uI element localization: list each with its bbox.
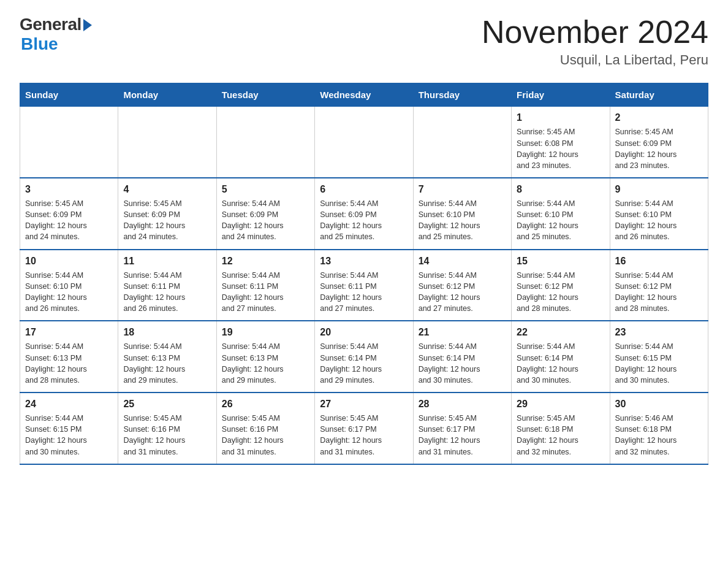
day-number: 2: [615, 110, 703, 124]
day-number: 20: [320, 325, 408, 339]
sun-info: Sunrise: 5:44 AM Sunset: 6:13 PM Dayligh…: [222, 341, 309, 386]
calendar-cell: 7Sunrise: 5:44 AM Sunset: 6:10 PM Daylig…: [413, 178, 511, 250]
day-number: 13: [320, 254, 408, 268]
calendar-cell: 17Sunrise: 5:44 AM Sunset: 6:13 PM Dayli…: [20, 321, 118, 393]
calendar-cell: 20Sunrise: 5:44 AM Sunset: 6:14 PM Dayli…: [315, 321, 413, 393]
day-number: 17: [25, 325, 113, 339]
day-number: 16: [615, 254, 703, 268]
calendar-table: SundayMondayTuesdayWednesdayThursdayFrid…: [20, 83, 708, 464]
calendar-cell: 5Sunrise: 5:44 AM Sunset: 6:09 PM Daylig…: [216, 178, 314, 250]
calendar-cell: 26Sunrise: 5:45 AM Sunset: 6:16 PM Dayli…: [216, 393, 314, 464]
sun-info: Sunrise: 5:44 AM Sunset: 6:14 PM Dayligh…: [320, 341, 408, 386]
page-header: General Blue November 2024 Usquil, La Li…: [20, 15, 708, 68]
calendar-title: November 2024: [482, 15, 708, 50]
calendar-cell: 18Sunrise: 5:44 AM Sunset: 6:13 PM Dayli…: [118, 321, 216, 393]
day-number: 10: [25, 254, 113, 268]
weekday-header-row: SundayMondayTuesdayWednesdayThursdayFrid…: [20, 83, 708, 107]
sun-info: Sunrise: 5:45 AM Sunset: 6:16 PM Dayligh…: [222, 413, 309, 458]
sun-info: Sunrise: 5:44 AM Sunset: 6:13 PM Dayligh…: [25, 341, 113, 386]
calendar-cell: 30Sunrise: 5:46 AM Sunset: 6:18 PM Dayli…: [610, 393, 708, 464]
day-number: 19: [222, 325, 309, 339]
weekday-header-sunday: Sunday: [20, 83, 118, 107]
sun-info: Sunrise: 5:44 AM Sunset: 6:12 PM Dayligh…: [517, 270, 604, 315]
sun-info: Sunrise: 5:44 AM Sunset: 6:11 PM Dayligh…: [222, 270, 309, 315]
calendar-cell: 13Sunrise: 5:44 AM Sunset: 6:11 PM Dayli…: [315, 250, 413, 321]
weekday-header-wednesday: Wednesday: [315, 83, 413, 107]
sun-info: Sunrise: 5:44 AM Sunset: 6:09 PM Dayligh…: [320, 198, 408, 243]
weekday-header-tuesday: Tuesday: [216, 83, 314, 107]
calendar-cell: 3Sunrise: 5:45 AM Sunset: 6:09 PM Daylig…: [20, 178, 118, 250]
calendar-cell: 24Sunrise: 5:44 AM Sunset: 6:15 PM Dayli…: [20, 393, 118, 464]
day-number: 3: [25, 182, 113, 196]
sun-info: Sunrise: 5:45 AM Sunset: 6:09 PM Dayligh…: [615, 126, 703, 171]
calendar-week-row: 17Sunrise: 5:44 AM Sunset: 6:13 PM Dayli…: [20, 321, 708, 393]
sun-info: Sunrise: 5:44 AM Sunset: 6:10 PM Dayligh…: [25, 270, 113, 315]
calendar-cell: 14Sunrise: 5:44 AM Sunset: 6:12 PM Dayli…: [413, 250, 511, 321]
sun-info: Sunrise: 5:45 AM Sunset: 6:16 PM Dayligh…: [123, 413, 211, 458]
calendar-cell: 10Sunrise: 5:44 AM Sunset: 6:10 PM Dayli…: [20, 250, 118, 321]
calendar-cell: 6Sunrise: 5:44 AM Sunset: 6:09 PM Daylig…: [315, 178, 413, 250]
day-number: 18: [123, 325, 211, 339]
sun-info: Sunrise: 5:44 AM Sunset: 6:09 PM Dayligh…: [222, 198, 309, 243]
day-number: 8: [517, 182, 604, 196]
day-number: 21: [419, 325, 506, 339]
calendar-cell: 1Sunrise: 5:45 AM Sunset: 6:08 PM Daylig…: [512, 107, 610, 178]
sun-info: Sunrise: 5:44 AM Sunset: 6:15 PM Dayligh…: [25, 413, 113, 458]
sun-info: Sunrise: 5:45 AM Sunset: 6:17 PM Dayligh…: [320, 413, 408, 458]
day-number: 27: [320, 397, 408, 411]
calendar-cell: 16Sunrise: 5:44 AM Sunset: 6:12 PM Dayli…: [610, 250, 708, 321]
calendar-week-row: 10Sunrise: 5:44 AM Sunset: 6:10 PM Dayli…: [20, 250, 708, 321]
sun-info: Sunrise: 5:45 AM Sunset: 6:09 PM Dayligh…: [25, 198, 113, 243]
calendar-week-row: 24Sunrise: 5:44 AM Sunset: 6:15 PM Dayli…: [20, 393, 708, 464]
sun-info: Sunrise: 5:44 AM Sunset: 6:10 PM Dayligh…: [419, 198, 506, 243]
day-number: 7: [419, 182, 506, 196]
day-number: 26: [222, 397, 309, 411]
calendar-cell: [20, 107, 118, 178]
day-number: 6: [320, 182, 408, 196]
day-number: 12: [222, 254, 309, 268]
sun-info: Sunrise: 5:44 AM Sunset: 6:14 PM Dayligh…: [419, 341, 506, 386]
sun-info: Sunrise: 5:45 AM Sunset: 6:18 PM Dayligh…: [517, 413, 604, 458]
day-number: 9: [615, 182, 703, 196]
logo-general-text: General: [20, 15, 82, 34]
calendar-cell: 2Sunrise: 5:45 AM Sunset: 6:09 PM Daylig…: [610, 107, 708, 178]
calendar-cell: [216, 107, 314, 178]
calendar-cell: 28Sunrise: 5:45 AM Sunset: 6:17 PM Dayli…: [413, 393, 511, 464]
calendar-cell: 11Sunrise: 5:44 AM Sunset: 6:11 PM Dayli…: [118, 250, 216, 321]
sun-info: Sunrise: 5:44 AM Sunset: 6:13 PM Dayligh…: [123, 341, 211, 386]
calendar-cell: 9Sunrise: 5:44 AM Sunset: 6:10 PM Daylig…: [610, 178, 708, 250]
sun-info: Sunrise: 5:45 AM Sunset: 6:08 PM Dayligh…: [517, 126, 604, 171]
weekday-header-friday: Friday: [512, 83, 610, 107]
day-number: 15: [517, 254, 604, 268]
sun-info: Sunrise: 5:46 AM Sunset: 6:18 PM Dayligh…: [615, 413, 703, 458]
weekday-header-saturday: Saturday: [610, 83, 708, 107]
logo: General Blue: [20, 15, 92, 54]
day-number: 23: [615, 325, 703, 339]
logo-arrow-icon: [83, 19, 92, 31]
calendar-cell: 23Sunrise: 5:44 AM Sunset: 6:15 PM Dayli…: [610, 321, 708, 393]
calendar-cell: 8Sunrise: 5:44 AM Sunset: 6:10 PM Daylig…: [512, 178, 610, 250]
sun-info: Sunrise: 5:44 AM Sunset: 6:11 PM Dayligh…: [320, 270, 408, 315]
calendar-cell: 22Sunrise: 5:44 AM Sunset: 6:14 PM Dayli…: [512, 321, 610, 393]
calendar-cell: [315, 107, 413, 178]
calendar-title-block: November 2024 Usquil, La Libertad, Peru: [482, 15, 708, 68]
calendar-cell: [413, 107, 511, 178]
sun-info: Sunrise: 5:44 AM Sunset: 6:14 PM Dayligh…: [517, 341, 604, 386]
sun-info: Sunrise: 5:44 AM Sunset: 6:12 PM Dayligh…: [419, 270, 506, 315]
day-number: 4: [123, 182, 211, 196]
calendar-cell: 19Sunrise: 5:44 AM Sunset: 6:13 PM Dayli…: [216, 321, 314, 393]
sun-info: Sunrise: 5:44 AM Sunset: 6:10 PM Dayligh…: [517, 198, 604, 243]
day-number: 25: [123, 397, 211, 411]
calendar-cell: 25Sunrise: 5:45 AM Sunset: 6:16 PM Dayli…: [118, 393, 216, 464]
day-number: 24: [25, 397, 113, 411]
day-number: 28: [419, 397, 506, 411]
day-number: 1: [517, 110, 604, 124]
calendar-cell: 27Sunrise: 5:45 AM Sunset: 6:17 PM Dayli…: [315, 393, 413, 464]
calendar-cell: 15Sunrise: 5:44 AM Sunset: 6:12 PM Dayli…: [512, 250, 610, 321]
calendar-cell: 12Sunrise: 5:44 AM Sunset: 6:11 PM Dayli…: [216, 250, 314, 321]
calendar-week-row: 3Sunrise: 5:45 AM Sunset: 6:09 PM Daylig…: [20, 178, 708, 250]
calendar-cell: 4Sunrise: 5:45 AM Sunset: 6:09 PM Daylig…: [118, 178, 216, 250]
day-number: 5: [222, 182, 309, 196]
calendar-subtitle: Usquil, La Libertad, Peru: [482, 52, 708, 68]
day-number: 30: [615, 397, 703, 411]
